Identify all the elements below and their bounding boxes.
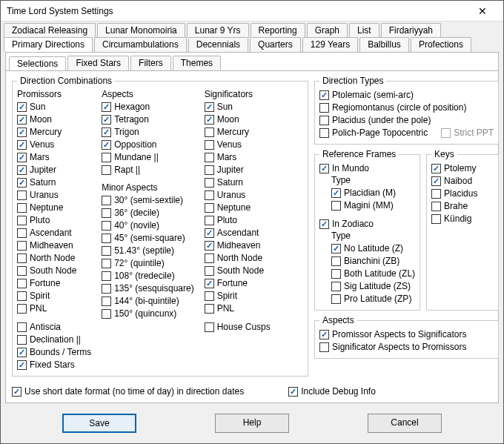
minor-aspect-72-quintile-[interactable]: 72° (quintile) — [102, 257, 194, 270]
cancel-button[interactable]: Cancel — [368, 414, 442, 433]
significator-jupiter[interactable]: Jupiter — [205, 164, 271, 176]
aspect-hexagon[interactable]: Hexagon — [102, 101, 194, 113]
direction-type-ptolemaic-semi-arc-[interactable]: Ptolemaic (semi-arc) — [319, 89, 494, 102]
promissor-extra-fixed-stars[interactable]: Fixed Stars — [17, 359, 91, 371]
promissor-sun[interactable]: Sun — [17, 101, 91, 113]
significator-saturn[interactable]: Saturn — [205, 176, 271, 189]
minor-aspect-135-sesquisquare-[interactable]: 135° (sesquisquare) — [102, 282, 194, 295]
aspect-dir-promissor-aspects-to-significators[interactable]: Promissor Aspects to Significators — [319, 328, 494, 341]
tab-graph[interactable]: Graph — [307, 23, 348, 38]
significator-extra-house-cusps[interactable]: House Cusps — [205, 321, 271, 334]
help-button[interactable]: Help — [215, 414, 289, 433]
ref-in-zodiaco[interactable]: In Zodiaco — [319, 218, 415, 231]
significator-sun[interactable]: Sun — [205, 101, 271, 113]
promissor-fortune[interactable]: Fortune — [17, 277, 91, 290]
promissor-extra-bounds-terms[interactable]: Bounds / Terms — [17, 346, 91, 359]
promissor-ascendant[interactable]: Ascendant — [17, 227, 91, 239]
key-brahe[interactable]: Brahe — [431, 200, 494, 213]
save-button[interactable]: Save — [62, 414, 136, 433]
tab-profections[interactable]: Profections — [411, 37, 471, 52]
zodiaco-type-no-latitude-z-[interactable]: No Latitude (Z) — [331, 242, 415, 255]
tab-quarters[interactable]: Quarters — [250, 37, 301, 52]
promissor-extra-antiscia[interactable]: Antiscia — [17, 321, 91, 334]
tab-primary-directions[interactable]: Primary Directions — [4, 37, 93, 52]
promissor-north-node[interactable]: North Node — [17, 252, 91, 265]
minor-aspect-36-decile-[interactable]: 36° (decile) — [102, 207, 194, 219]
significator-venus[interactable]: Venus — [205, 139, 271, 151]
tab-balbillus[interactable]: Balbillus — [359, 37, 409, 52]
opt-short-date-format[interactable]: Use short date format (no time of day) i… — [12, 385, 244, 398]
zodiaco-type-pro-latitude-zp-[interactable]: Pro Latitude (ZP) — [331, 293, 415, 305]
promissor-pluto[interactable]: Pluto — [17, 214, 91, 227]
promissor-mercury[interactable]: Mercury — [17, 126, 91, 139]
promissor-uranus[interactable]: Uranus — [17, 189, 91, 202]
key-naibod[interactable]: Naibod — [431, 175, 494, 188]
key-ptolemy[interactable]: Ptolemy — [431, 162, 494, 175]
tab-circumambulations[interactable]: Circumambulations — [94, 37, 187, 52]
tab-129-years[interactable]: 129 Years — [302, 37, 358, 52]
zodiaco-type-both-latitude-zl-[interactable]: Both Latitude (ZL) — [331, 268, 415, 280]
promissor-jupiter[interactable]: Jupiter — [17, 164, 91, 176]
significator-south-node[interactable]: South Node — [205, 265, 271, 277]
zodiaco-type-sig-latitude-zs-[interactable]: Sig Latitude (ZS) — [331, 280, 415, 293]
promissor-spirit[interactable]: Spirit — [17, 290, 91, 302]
mundo-type-placidian-m-[interactable]: Placidian (M) — [331, 187, 415, 199]
promissor-saturn[interactable]: Saturn — [17, 176, 91, 189]
direction-type-placidus-under-the-pole-[interactable]: Placidus (under the pole) — [319, 114, 494, 127]
significator-uranus[interactable]: Uranus — [205, 189, 271, 202]
aspect-rapt-[interactable]: Rapt || — [102, 164, 194, 176]
minor-aspect-144-bi-quintile-[interactable]: 144° (bi-quintile) — [102, 295, 194, 308]
direction-type-regiomontanus-circle-of-position-[interactable]: Regiomontanus (circle of position) — [319, 102, 494, 114]
minor-aspect-40-novile-[interactable]: 40° (novile) — [102, 219, 194, 232]
tab-decennials[interactable]: Decennials — [188, 37, 248, 52]
minor-aspect-108-tredecile-[interactable]: 108° (tredecile) — [102, 270, 194, 282]
promissor-midheaven[interactable]: Midheaven — [17, 239, 91, 252]
checkbox-box — [17, 102, 27, 112]
promissor-moon[interactable]: Moon — [17, 113, 91, 126]
tab-firdariyyah[interactable]: Firdariyyah — [381, 23, 441, 38]
significator-spirit[interactable]: Spirit — [205, 290, 271, 302]
promissor-extra-declination-[interactable]: Declination || — [17, 334, 91, 346]
significator-mars[interactable]: Mars — [205, 151, 271, 164]
promissor-mars[interactable]: Mars — [17, 151, 91, 164]
mundo-type-magini-mm-[interactable]: Magini (MM) — [331, 199, 415, 212]
tab-lunar-9-yrs[interactable]: Lunar 9 Yrs — [187, 23, 249, 38]
aspect-dir-significator-aspects-to-promissors[interactable]: Significator Aspects to Promissors — [319, 341, 494, 354]
subtab-themes[interactable]: Themes — [173, 56, 221, 70]
subtab-selections[interactable]: Selections — [9, 56, 66, 71]
promissor-south-node[interactable]: South Node — [17, 265, 91, 277]
aspect-opposition[interactable]: Opposition — [102, 139, 194, 151]
tab-zodiacal-releasing[interactable]: Zodiacal Releasing — [4, 23, 96, 38]
significator-neptune[interactable]: Neptune — [205, 202, 271, 214]
minor-aspect-45-semi-square-[interactable]: 45° (semi-square) — [102, 232, 194, 245]
subtab-filters[interactable]: Filters — [130, 56, 171, 70]
aspect-trigon[interactable]: Trigon — [102, 126, 194, 139]
subtab-fixed-stars[interactable]: Fixed Stars — [67, 56, 129, 70]
key-k-ndig[interactable]: Kündig — [431, 213, 494, 225]
significator-pnl[interactable]: PNL — [205, 302, 271, 315]
aspect-tetragon[interactable]: Tetragon — [102, 113, 194, 126]
significator-mercury[interactable]: Mercury — [205, 126, 271, 139]
tab-list[interactable]: List — [349, 23, 379, 38]
direction-type-polich-page-topocentric[interactable]: Polich-Page Topocentric — [319, 127, 428, 139]
promissor-pnl[interactable]: PNL — [17, 302, 91, 315]
minor-aspect-30-semi-sextile-[interactable]: 30° (semi-sextile) — [102, 194, 194, 207]
promissor-venus[interactable]: Venus — [17, 139, 91, 151]
minor-aspect-150-quincunx-[interactable]: 150° (quincunx) — [102, 308, 194, 320]
significator-north-node[interactable]: North Node — [205, 252, 271, 265]
ref-in-mundo[interactable]: In Mundo — [319, 162, 415, 175]
significator-midheaven[interactable]: Midheaven — [205, 239, 271, 252]
zodiaco-type-bianchini-zb-[interactable]: Bianchini (ZB) — [331, 255, 415, 268]
key-placidus[interactable]: Placidus — [431, 188, 494, 200]
aspect-mundane-[interactable]: Mundane || — [102, 151, 194, 164]
close-icon[interactable]: ✕ — [468, 6, 497, 16]
promissor-neptune[interactable]: Neptune — [17, 202, 91, 214]
significator-ascendant[interactable]: Ascendant — [205, 227, 271, 239]
significator-moon[interactable]: Moon — [205, 113, 271, 126]
significator-pluto[interactable]: Pluto — [205, 214, 271, 227]
opt-include-debug-info[interactable]: Include Debug Info — [288, 385, 376, 398]
tab-reporting[interactable]: Reporting — [251, 23, 305, 38]
significator-fortune[interactable]: Fortune — [205, 277, 271, 290]
minor-aspect-51-43-septile-[interactable]: 51.43° (septile) — [102, 245, 194, 257]
tab-lunar-monomoiria[interactable]: Lunar Monomoiria — [97, 23, 185, 38]
